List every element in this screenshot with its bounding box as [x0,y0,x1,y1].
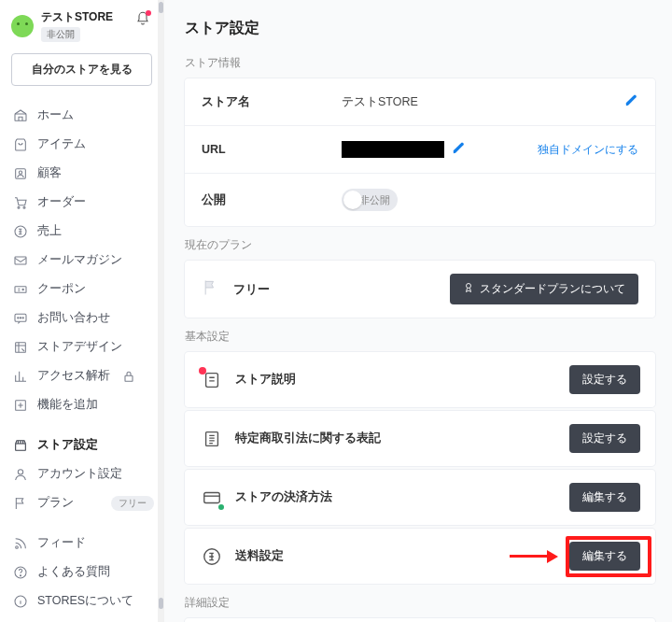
public-toggle[interactable]: 非公開 [342,189,398,211]
setting-row-shipping: 送料設定編集する [185,529,655,584]
plan-name: フリー [233,281,270,298]
setting-row-payment: ストアの決済方法編集する [185,470,655,525]
svg-point-10 [18,317,19,318]
custom-domain-link[interactable]: 独自ドメインにする [538,142,638,158]
store_settings-icon [13,438,28,453]
store-name: テストSTORE [41,9,113,25]
row-public: 公開 非公開 [185,174,655,226]
section-plan: 現在のプラン [185,237,655,253]
desc-action-button[interactable]: 設定する [569,365,640,394]
sidebar-item-faq[interactable]: よくある質問 [0,558,163,587]
sidebar-item-contact[interactable]: お問い合わせ [0,304,163,332]
page-title: ストア設定 [185,19,655,38]
plan-tag: フリー [111,496,154,511]
about-icon [13,594,28,609]
svg-rect-14 [125,375,133,381]
svg-point-22 [467,284,471,289]
sidebar-item-label: アクセス解析 [37,368,110,384]
setting-row-desc: ストア説明設定する [185,352,655,407]
store-info-card: ストア名 テストSTORE URL 独自ドメインにする 公開 非 [185,78,655,226]
notification-dot [146,10,151,16]
detail-row-placeholder [185,618,655,622]
design-icon [13,340,28,355]
label-url: URL [202,143,342,156]
basic-settings-list: ストア説明設定する特定商取引法に関する表記設定するストアの決済方法編集する送料設… [185,352,655,584]
sales-icon [13,224,28,239]
analytics-icon [13,369,28,384]
sidebar-item-label: よくある質問 [37,564,110,580]
sidebar-scrollbar[interactable] [158,0,164,622]
plan-icon [13,496,28,511]
sidebar-item-label: オーダー [37,194,86,210]
svg-point-3 [18,206,20,208]
mailmag-icon [13,253,28,268]
highlight-arrow [510,550,558,563]
sidebar-item-label: ホーム [37,107,74,123]
law-row-icon [200,427,224,451]
home-icon [13,108,28,123]
svg-point-4 [23,206,25,208]
feed-icon [13,536,28,551]
sidebar-item-label: アカウント設定 [37,466,122,482]
upgrade-plan-button[interactable]: スタンダードプランについて [450,274,638,304]
row-store-name: ストア名 テストSTORE [185,78,655,126]
plan-card: フリー スタンダードプランについて [185,261,655,318]
sidebar-item-account[interactable]: アカウント設定 [0,459,163,488]
sidebar-item-about[interactable]: STORESについて [0,587,163,615]
payment-action-button[interactable]: 編集する [569,483,640,512]
section-detail: 詳細設定 [185,595,655,611]
sidebar-item-sales[interactable]: 売上 [0,217,163,246]
sidebar-item-logout[interactable]: ログアウト [0,615,163,622]
sidebar-item-analytics[interactable]: アクセス解析 [0,361,163,390]
svg-point-17 [18,469,22,474]
sidebar-item-label: 顧客 [37,165,62,181]
highlight-box [566,536,651,577]
customers-icon [13,166,28,181]
setting-label: 送料設定 [235,548,284,564]
faq-icon [13,565,28,580]
svg-point-12 [22,317,23,318]
svg-point-11 [20,317,21,318]
law-action-button[interactable]: 設定する [569,424,640,453]
sidebar-item-store_settings[interactable]: ストア設定 [0,431,163,459]
add-icon [13,398,28,413]
status-badge: 非公開 [41,27,80,42]
upgrade-plan-label: スタンダードプランについて [480,281,625,297]
sidebar-item-coupons[interactable]: クーポン [0,275,163,304]
main-content: ストア設定 ストア情報 ストア名 テストSTORE URL 独自ドメインにする [164,0,672,622]
setting-label: ストア説明 [235,372,296,388]
svg-point-20 [20,574,21,575]
url-value-redacted [342,141,444,158]
view-store-button[interactable]: 自分のストアを見る [11,53,152,86]
svg-rect-7 [15,286,26,292]
sidebar-item-label: ストア設定 [37,437,98,453]
label-public: 公開 [202,192,342,208]
flag-icon [202,278,220,300]
row-url: URL 独自ドメインにする [185,126,655,174]
sidebar-item-feed[interactable]: フィード [0,529,163,558]
sidebar-item-home[interactable]: ホーム [0,101,163,130]
edit-url-icon[interactable] [452,141,466,158]
edit-store-name-icon[interactable] [624,93,638,110]
sidebar: テストSTORE 非公開 自分のストアを見る ホームアイテム顧客オーダー売上メー… [0,0,164,622]
sidebar-item-label: フィード [37,535,86,551]
sidebar-header: テストSTORE 非公開 [0,0,163,48]
desc-row-icon [200,368,224,392]
nav-footer: フィードよくある質問STORESについてログアウト [0,523,163,622]
notification-bell[interactable] [135,11,150,29]
svg-rect-9 [15,314,26,321]
sidebar-item-customers[interactable]: 顧客 [0,159,163,188]
setting-label: 特定商取引法に関する表記 [235,431,381,446]
sidebar-item-add[interactable]: 機能を追加 [0,390,163,419]
setting-label: ストアの決済方法 [235,489,332,505]
section-basic: 基本設定 [185,329,655,345]
detail-settings-list [185,618,655,622]
sidebar-item-design[interactable]: ストアデザイン [0,332,163,361]
sidebar-item-items[interactable]: アイテム [0,130,163,159]
sidebar-item-label: STORESについて [37,593,133,609]
sidebar-item-plan[interactable]: プランフリー [0,488,163,517]
svg-rect-23 [206,373,218,387]
svg-rect-25 [204,492,220,502]
sidebar-item-mailmag[interactable]: メールマガジン [0,246,163,275]
sidebar-item-orders[interactable]: オーダー [0,188,163,217]
